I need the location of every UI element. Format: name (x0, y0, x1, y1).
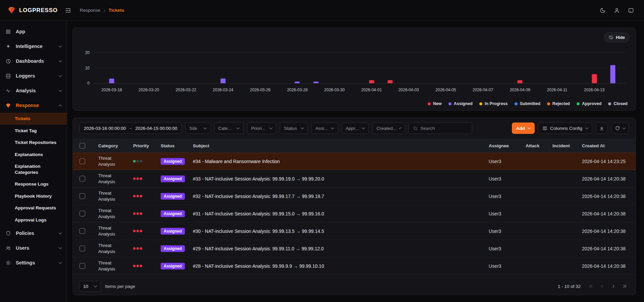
table-row[interactable]: Threat Analysis Assigned #32 - NAT-inclu… (73, 188, 636, 205)
row-subject[interactable]: #29 - NAT-inclusive Session Analysis: 99… (193, 246, 489, 251)
sidebar-item-loggers[interactable]: Loggers (0, 68, 67, 83)
legend-item[interactable]: In Progress (479, 101, 508, 106)
brand-name: LOGPRESSO (19, 7, 58, 14)
logo[interactable]: LOGPRESSO (7, 6, 58, 14)
row-subject[interactable]: #31 - NAT-inclusive Session Analysis: 99… (193, 211, 489, 216)
date-range-input[interactable]: 2026-03-16 00:00:00 ~ 2026-04-15 00:00:0… (79, 122, 182, 134)
sidebar-item-label: Loggers (16, 73, 35, 79)
filter-site-select[interactable]: Site (185, 122, 211, 134)
sidebar-item-intelligence[interactable]: Intelligence (0, 39, 67, 54)
sidebar-subitem-explanations[interactable]: Explanations (0, 149, 67, 161)
add-ticket-button[interactable]: Add (512, 122, 535, 134)
table-row[interactable]: Threat Analysis Assigned #29 - NAT-inclu… (73, 240, 636, 257)
row-subject[interactable]: #30 - NAT-inclusive Session Analysis: 99… (193, 229, 489, 234)
row-checkbox[interactable] (79, 193, 85, 199)
row-subject[interactable]: #33 - NAT-inclusive Session Analysis: 99… (193, 176, 489, 182)
eye-off-icon (608, 35, 613, 40)
collapse-sidebar-button[interactable] (62, 5, 74, 16)
table-row[interactable]: Threat Analysis Assigned #28 - NAT-inclu… (73, 257, 636, 275)
columns-icon (542, 126, 547, 131)
sidebar-subitem-approval-logs[interactable]: Approval Logs (0, 214, 67, 226)
refresh-button[interactable] (611, 122, 629, 134)
status-cell: Assigned (161, 210, 193, 217)
chevron-down-icon (59, 59, 62, 62)
column-header-subject[interactable]: Subject (193, 143, 489, 148)
filter-category-select[interactable]: Cate... (214, 122, 244, 134)
sidebar-subitem-response-logs[interactable]: Response Logs (0, 178, 67, 190)
date-from-value[interactable]: 2026-03-16 00:00:00 (84, 126, 126, 131)
legend-item[interactable]: New (428, 101, 442, 106)
display-settings-button[interactable] (625, 5, 637, 16)
legend-item[interactable]: Rejected (547, 101, 570, 106)
next-page-button[interactable] (609, 282, 618, 291)
legend-dot (428, 102, 431, 105)
filter-assignee-select[interactable]: Assi... (311, 122, 338, 134)
row-category: Threat Analysis (98, 155, 133, 167)
legend-item[interactable]: Assigned (448, 101, 473, 106)
table-row[interactable]: Threat Analysis Assigned #30 - NAT-inclu… (73, 222, 636, 240)
row-checkbox[interactable] (79, 228, 85, 234)
row-subject[interactable]: #34 - Malware and Ransomware Infection (193, 159, 489, 164)
theme-toggle-button[interactable] (597, 5, 608, 16)
columns-config-button[interactable]: Columns Config (538, 122, 592, 134)
row-category: Threat Analysis (98, 208, 133, 219)
tickets-panel: 2026-03-16 00:00:00 ~ 2026-04-15 00:00:0… (72, 117, 636, 295)
sidebar-subitem-playbook-history[interactable]: Playbook History (0, 190, 67, 202)
row-subject[interactable]: #28 - NAT-inclusive Session Analysis: 99… (193, 263, 489, 269)
status-badge: Assigned (161, 193, 185, 200)
row-category: Threat Analysis (98, 260, 133, 272)
column-header-category[interactable]: Category (98, 143, 133, 148)
row-checkbox[interactable] (79, 246, 85, 251)
sidebar-subitem-tickets[interactable]: Tickets (0, 113, 67, 125)
row-checkbox[interactable] (79, 158, 85, 164)
date-to-value[interactable]: 2026-04-15 00:00:00 (135, 126, 177, 131)
sidebar-item-app[interactable]: App (0, 24, 67, 39)
export-button[interactable] (596, 122, 608, 134)
sidebar-subitem-approval-requests[interactable]: Approval Requests (0, 202, 67, 214)
search-input[interactable] (421, 126, 468, 131)
topbar-actions (597, 5, 637, 16)
sidebar-item-analysis[interactable]: Analysis (0, 83, 67, 98)
sidebar-subitem-explanation-categories[interactable]: Explanation Categories (0, 160, 57, 178)
last-page-button[interactable] (620, 282, 630, 291)
column-header-assignee[interactable]: Assignee (489, 143, 526, 148)
breadcrumb-parent[interactable]: Response (80, 8, 100, 13)
user-menu-button[interactable] (611, 5, 623, 16)
column-header-created-at[interactable]: Created At (582, 143, 629, 148)
sidebar-subitem-ticket-tag[interactable]: Ticket Tag (0, 125, 67, 137)
row-subject[interactable]: #32 - NAT-inclusive Session Analysis: 99… (193, 194, 489, 199)
filter-approver-select[interactable]: Appr... (341, 122, 369, 134)
hide-chart-button[interactable]: Hide (604, 33, 630, 42)
column-header-priority[interactable]: Priority (133, 143, 161, 148)
legend-item[interactable]: Approved (577, 101, 601, 106)
sidebar-item-response[interactable]: Response (0, 98, 67, 113)
x-axis-tick: 2026-03-22 (176, 88, 196, 92)
sidebar-subitem-ticket-repositories[interactable]: Ticket Repositories (0, 137, 67, 149)
sidebar-item-settings[interactable]: Settings (0, 255, 67, 270)
column-header-incident[interactable]: Incident (552, 143, 582, 148)
table-row[interactable]: Threat Analysis Assigned #31 - NAT-inclu… (73, 205, 636, 222)
row-checkbox[interactable] (79, 176, 85, 182)
prev-page-button[interactable] (597, 282, 607, 291)
search-box[interactable] (409, 122, 472, 134)
first-page-button[interactable] (586, 282, 595, 291)
filter-status-select[interactable]: Status (280, 122, 308, 134)
row-checkbox[interactable] (79, 211, 85, 216)
filter-priority-select[interactable]: Priori... (247, 122, 276, 134)
column-header-status[interactable]: Status (161, 143, 193, 148)
legend-item[interactable]: Submitted (515, 101, 540, 106)
table-row[interactable]: Threat Analysis Assigned #34 - Malware a… (73, 153, 636, 170)
select-all-checkbox[interactable] (79, 143, 85, 149)
filter-bar: 2026-03-16 00:00:00 ~ 2026-04-15 00:00:0… (73, 118, 636, 139)
row-checkbox[interactable] (79, 263, 85, 269)
column-header-attack[interactable]: Attack (526, 143, 552, 148)
sidebar-item-dashboards[interactable]: Dashboards (0, 54, 67, 68)
sidebar-item-users[interactable]: Users (0, 241, 67, 255)
filter-created-select[interactable]: Created... (372, 122, 405, 134)
sidebar-item-policies[interactable]: Policies (0, 226, 67, 241)
x-axis-tick: 2026-03-24 (213, 88, 233, 92)
breadcrumb-current[interactable]: Tickets (109, 8, 124, 13)
legend-item[interactable]: Closed (608, 101, 628, 106)
page-size-select[interactable]: 10 (79, 281, 101, 292)
table-row[interactable]: Threat Analysis Assigned #33 - NAT-inclu… (73, 170, 636, 188)
